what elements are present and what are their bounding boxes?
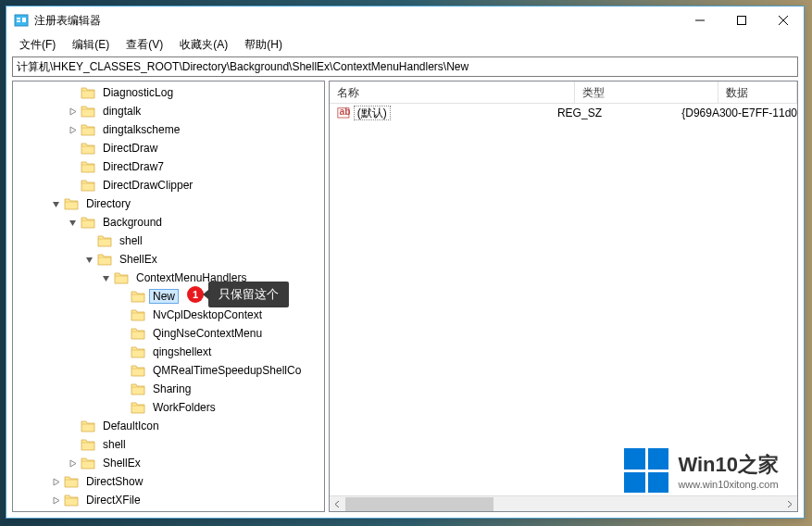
content-area: DiagnosticLogdingtalkdingtalkschemeDirec…	[12, 81, 798, 512]
tree-item[interactable]: dingtalkscheme	[13, 120, 324, 139]
minimize-button[interactable]	[679, 7, 720, 34]
tree-item-label: QMRealTimeSpeedupShellCo	[149, 363, 305, 378]
expander-open-icon[interactable]	[100, 272, 112, 284]
tree-item[interactable]: DirectDrawClipper	[13, 176, 324, 194]
tree-item[interactable]: Directory	[13, 194, 324, 213]
menu-edit[interactable]: 编辑(E)	[65, 35, 117, 55]
folder-icon	[131, 290, 145, 303]
expander-open-icon[interactable]	[50, 198, 62, 210]
tree-item[interactable]: NvCplDesktopContext	[13, 306, 324, 324]
reg-string-icon: ab	[337, 106, 350, 120]
annotation-tooltip: 只保留这个	[208, 282, 289, 307]
tree-item[interactable]: Background	[13, 213, 324, 232]
svg-rect-5	[737, 17, 745, 25]
tree-item[interactable]: QMRealTimeSpeedupShellCo	[13, 361, 324, 380]
tree-item[interactable]: DirectXFile	[13, 491, 324, 509]
tree-item-label: DirectDraw7	[99, 159, 168, 174]
expander-none	[117, 402, 129, 414]
tree-item[interactable]: ShellEx	[13, 250, 324, 269]
expander-none	[117, 346, 129, 358]
tree-item-label: NvCplDesktopContext	[149, 307, 266, 322]
h-scrollbar[interactable]	[330, 495, 797, 511]
tree-item[interactable]: shell	[13, 435, 324, 454]
expander-none	[117, 328, 129, 340]
col-type[interactable]: 类型	[575, 81, 718, 103]
expander-none	[117, 383, 129, 395]
scroll-left-button[interactable]	[330, 496, 345, 512]
tree-item[interactable]: DefaultIcon	[13, 417, 324, 435]
scroll-right-button[interactable]	[781, 496, 797, 512]
folder-icon	[81, 457, 95, 470]
expander-closed-icon[interactable]	[50, 495, 62, 507]
watermark-brand: Win10之家	[678, 451, 779, 479]
col-name[interactable]: 名称	[330, 81, 575, 103]
tree-pane: DiagnosticLogdingtalkdingtalkschemeDirec…	[12, 81, 325, 512]
folder-icon	[64, 197, 79, 210]
tree-item[interactable]: QingNseContextMenu	[13, 324, 324, 343]
tree-item-label: DirectXFile	[82, 493, 144, 507]
cell-type: REG_SZ	[550, 106, 674, 119]
folder-icon	[81, 123, 95, 136]
menu-view[interactable]: 查看(V)	[119, 35, 170, 55]
tree-item-label: ShellEx	[99, 456, 144, 470]
tree-item-label: DefaultIcon	[99, 419, 163, 433]
folder-icon	[81, 216, 95, 229]
expander-none	[117, 309, 129, 321]
expander-open-icon[interactable]	[83, 254, 95, 266]
tree-item[interactable]: WorkFolders	[13, 398, 324, 417]
folder-icon	[81, 420, 95, 432]
expander-none	[117, 291, 129, 303]
tree-item-label: shell	[99, 437, 130, 452]
tree-item[interactable]: qingshellext	[13, 343, 324, 361]
close-button[interactable]	[762, 7, 804, 34]
folder-icon	[81, 438, 95, 451]
menu-file[interactable]: 文件(F)	[12, 35, 63, 55]
tree-item[interactable]: ShellEx	[13, 454, 324, 472]
expander-closed-icon[interactable]	[67, 124, 79, 136]
expander-none	[117, 365, 129, 377]
scroll-thumb[interactable]	[345, 497, 493, 511]
tree-item[interactable]: Sharing	[13, 380, 324, 398]
tree-item-label: QingNseContextMenu	[149, 326, 266, 341]
tree-item-label: qingshellext	[149, 344, 215, 359]
expander-none	[83, 235, 95, 247]
expander-none	[67, 87, 79, 99]
expander-closed-icon[interactable]	[67, 457, 79, 470]
tree-item[interactable]: dingtalk	[13, 102, 324, 120]
watermark: Win10之家 www.win10xitong.com	[624, 448, 779, 493]
tree-item[interactable]: DirectDraw	[13, 139, 324, 157]
svg-rect-2	[17, 20, 20, 22]
regedit-window: 注册表编辑器 文件(F) 编辑(E) 查看(V) 收藏夹(A) 帮助(H) 计算…	[6, 6, 805, 519]
expander-none	[67, 143, 79, 155]
app-icon	[14, 13, 29, 28]
tree-item[interactable]: DirectShow	[13, 472, 324, 491]
menubar: 文件(F) 编辑(E) 查看(V) 收藏夹(A) 帮助(H)	[6, 34, 804, 55]
expander-closed-icon[interactable]	[50, 476, 62, 488]
tree-item-label: dingtalk	[99, 104, 144, 119]
tree-item[interactable]: shell	[13, 232, 324, 250]
folder-icon	[114, 271, 129, 284]
tree-item[interactable]: DiagnosticLog	[13, 83, 324, 102]
expander-closed-icon[interactable]	[67, 106, 79, 118]
folder-icon	[64, 475, 79, 488]
folder-icon	[97, 234, 112, 247]
tree-item-label: New	[149, 289, 179, 304]
titlebar[interactable]: 注册表编辑器	[6, 6, 804, 34]
expander-none	[67, 180, 79, 192]
menu-favorites[interactable]: 收藏夹(A)	[172, 35, 235, 55]
list-body[interactable]: ab(默认)REG_SZ{D969A300-E7FF-11d0	[330, 104, 797, 495]
list-row[interactable]: ab(默认)REG_SZ{D969A300-E7FF-11d0	[330, 104, 797, 122]
maximize-button[interactable]	[720, 7, 762, 34]
tree-item-label: ShellEx	[116, 252, 161, 267]
folder-icon	[81, 105, 95, 118]
folder-icon	[64, 494, 79, 507]
tree-item[interactable]: DirectDraw7	[13, 157, 324, 176]
tree-item-label: Sharing	[149, 382, 194, 396]
cell-data: {D969A300-E7FF-11d0	[674, 106, 797, 119]
address-bar[interactable]: 计算机\HKEY_CLASSES_ROOT\Directory\Backgrou…	[12, 56, 798, 77]
menu-help[interactable]: 帮助(H)	[237, 35, 290, 55]
col-data[interactable]: 数据	[718, 81, 797, 103]
folder-icon	[81, 86, 95, 99]
expander-open-icon[interactable]	[67, 217, 79, 229]
folder-icon	[81, 160, 95, 173]
